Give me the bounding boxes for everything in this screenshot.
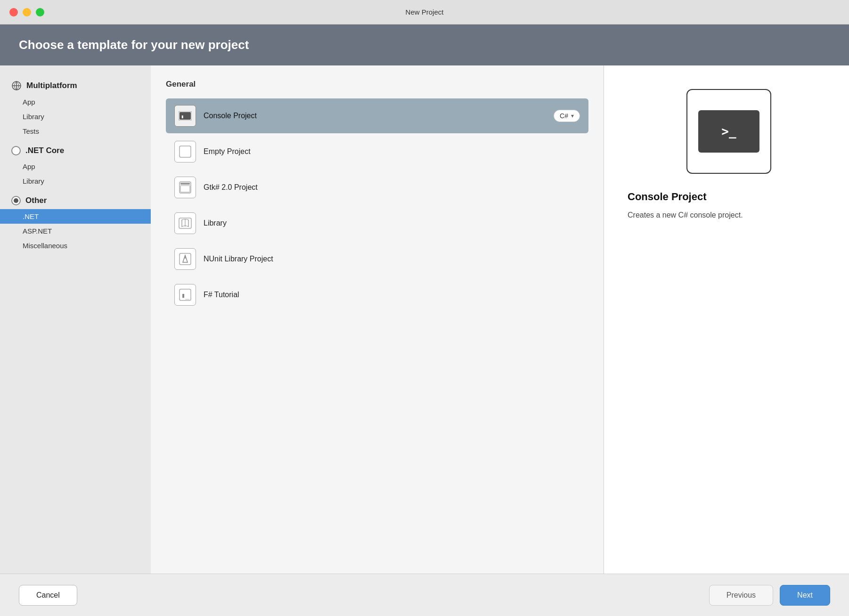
window-title: New Project (406, 8, 444, 16)
sidebar-section-header-multiplatform[interactable]: Multiplatform (0, 77, 151, 95)
preview-description: Creates a new C# console project. (628, 210, 743, 221)
sidebar-item-other-miscellaneous[interactable]: Miscellaneous (0, 238, 151, 253)
chevron-down-icon: ▾ (571, 113, 574, 119)
sidebar-item-netcore-library[interactable]: Library (0, 174, 151, 188)
sidebar-section-other: Other .NET ASP.NET Miscellaneous (0, 192, 151, 253)
footer: Cancel Previous Next (0, 574, 849, 616)
template-icon-gtk (174, 177, 196, 198)
radio-netcore-icon (11, 146, 21, 155)
sidebar-item-other-aspnet[interactable]: ASP.NET (0, 224, 151, 238)
sidebar-item-multiplatform-app[interactable]: App (0, 95, 151, 109)
template-item-empty-project[interactable]: Empty Project (166, 134, 588, 169)
preview-icon-container: >_ (686, 89, 771, 174)
right-panel: >_ Console Project Creates a new C# cons… (604, 65, 849, 574)
close-button[interactable] (9, 8, 18, 16)
lang-label: C# (560, 112, 568, 120)
sidebar-item-multiplatform-tests[interactable]: Tests (0, 124, 151, 138)
fsharp-tutorial-icon: ▮_ (179, 289, 191, 301)
sidebar-section-label-netcore: .NET Core (25, 146, 64, 155)
svg-rect-6 (180, 146, 191, 157)
terminal-preview: >_ (698, 110, 759, 153)
window-controls (9, 8, 44, 16)
template-item-gtk-project[interactable]: Gtk# 2.0 Project (166, 170, 588, 205)
template-name-library: Library (204, 219, 580, 227)
preview-title: Console Project (628, 191, 706, 203)
sidebar-section-header-netcore[interactable]: .NET Core (0, 142, 151, 159)
center-panel: General ▮ Console Project C# ▾ (151, 65, 604, 574)
sidebar-section-multiplatform: Multiplatform App Library Tests (0, 77, 151, 138)
multiplatform-icon (11, 81, 22, 91)
template-item-fsharp-tutorial[interactable]: ▮_ F# Tutorial (166, 277, 588, 312)
template-list: ▮ Console Project C# ▾ Empty Project (166, 98, 588, 312)
sidebar-item-other-dotnet[interactable]: .NET (0, 209, 151, 224)
gtk-project-icon (179, 181, 191, 194)
sidebar-section-header-other[interactable]: Other (0, 192, 151, 209)
svg-rect-8 (180, 183, 190, 185)
sidebar-section-netcore: .NET Core App Library (0, 142, 151, 188)
nunit-project-icon (179, 253, 191, 265)
template-icon-library (174, 212, 196, 234)
footer-actions: Previous Next (709, 585, 830, 606)
radio-other-icon (11, 196, 21, 205)
minimize-button[interactable] (23, 8, 31, 16)
page-header: Choose a template for your new project (0, 24, 849, 65)
template-icon-nunit (174, 248, 196, 270)
template-name-console-project: Console Project (204, 112, 546, 120)
maximize-button[interactable] (36, 8, 44, 16)
sidebar-section-label-other: Other (25, 196, 47, 205)
console-project-icon: ▮ (179, 111, 192, 121)
svg-text:▮: ▮ (181, 114, 184, 119)
template-item-console-project[interactable]: ▮ Console Project C# ▾ (166, 98, 588, 133)
template-name-empty-project: Empty Project (204, 147, 580, 156)
template-item-nunit-library[interactable]: NUnit Library Project (166, 242, 588, 276)
sidebar: Multiplatform App Library Tests .NET Cor… (0, 65, 151, 574)
titlebar: New Project (0, 0, 849, 24)
terminal-text: >_ (721, 124, 736, 138)
sidebar-item-netcore-app[interactable]: App (0, 159, 151, 174)
main-content: Multiplatform App Library Tests .NET Cor… (0, 65, 849, 574)
template-name-gtk-project: Gtk# 2.0 Project (204, 183, 580, 192)
template-item-library[interactable]: Library (166, 206, 588, 241)
previous-button[interactable]: Previous (709, 585, 773, 606)
template-name-fsharp-tutorial: F# Tutorial (204, 291, 580, 299)
svg-text:▮_: ▮_ (181, 292, 189, 300)
empty-project-icon (179, 146, 191, 158)
cancel-button[interactable]: Cancel (19, 585, 77, 606)
template-name-nunit-library: NUnit Library Project (204, 255, 580, 263)
lang-badge-console[interactable]: C# ▾ (554, 110, 580, 122)
sidebar-section-label-multiplatform: Multiplatform (26, 81, 77, 90)
next-button[interactable]: Next (780, 585, 830, 606)
sidebar-item-multiplatform-library[interactable]: Library (0, 109, 151, 124)
template-icon-console: ▮ (174, 105, 196, 127)
library-icon (179, 218, 192, 229)
template-icon-empty (174, 141, 196, 162)
section-label-general: General (166, 80, 588, 89)
page-title: Choose a template for your new project (19, 38, 830, 52)
template-icon-fsharp: ▮_ (174, 284, 196, 306)
